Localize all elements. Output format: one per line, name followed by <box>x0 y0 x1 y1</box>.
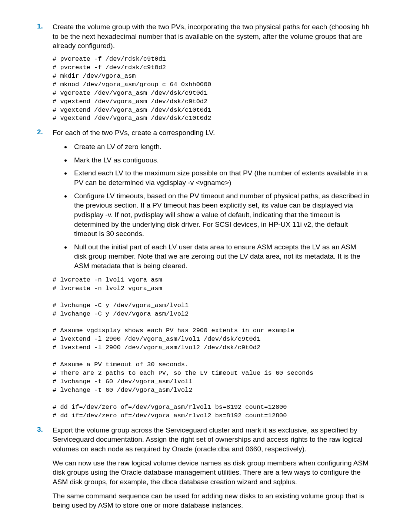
step-3: 3. Export the volume group across the Se… <box>37 425 370 510</box>
step-2: 2. For each of the two PVs, create a cor… <box>37 128 370 420</box>
bullet-item: Create an LV of zero length. <box>71 142 370 152</box>
bullet-list: Create an LV of zero length. Mark the LV… <box>53 142 370 271</box>
step-intro-text: For each of the two PVs, create a corres… <box>53 128 370 138</box>
step-number: 1. <box>37 22 43 30</box>
bullet-item: Mark the LV as contiguous. <box>71 155 370 165</box>
code-block: # pvcreate -f /dev/rdsk/c9t0d1 # pvcreat… <box>53 55 370 123</box>
page-content: 1. Create the volume group with the two … <box>0 0 400 532</box>
bullet-item: Extend each LV to the maximum size possi… <box>71 168 370 187</box>
step-number: 2. <box>37 128 43 136</box>
step-number: 3. <box>37 425 43 434</box>
step-1: 1. Create the volume group with the two … <box>37 22 370 123</box>
step-paragraph: We can now use the raw logical volume de… <box>53 458 370 487</box>
bullet-item: Null out the initial part of each LV use… <box>71 242 370 271</box>
step-intro-text: Create the volume group with the two PVs… <box>53 22 370 51</box>
bullet-item: Configure LV timeouts, based on the PV t… <box>71 191 370 239</box>
step-intro-text: Export the volume group across the Servi… <box>53 425 370 454</box>
step-paragraph: The same command sequence can be used fo… <box>53 491 370 510</box>
code-block: # lvcreate -n lvol1 vgora_asm # lvcreate… <box>53 276 370 420</box>
ordered-steps-list: 1. Create the volume group with the two … <box>37 22 370 510</box>
